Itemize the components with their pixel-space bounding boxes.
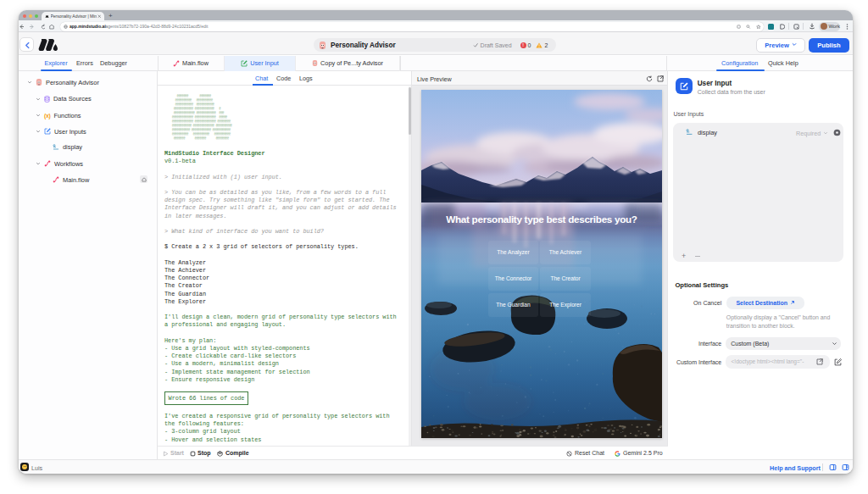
svg-text:The Connector: The Connector (495, 275, 532, 281)
svg-text:The Creator: The Creator (550, 275, 581, 281)
svg-text:What personality type best des: What personality type best describes you… (446, 214, 637, 225)
svg-text:The Achiever: The Achiever (549, 249, 582, 255)
svg-text:The Analyzer: The Analyzer (497, 249, 530, 256)
svg-text:The Guardian: The Guardian (496, 302, 531, 308)
svg-text:The Explorer: The Explorer (549, 302, 582, 308)
